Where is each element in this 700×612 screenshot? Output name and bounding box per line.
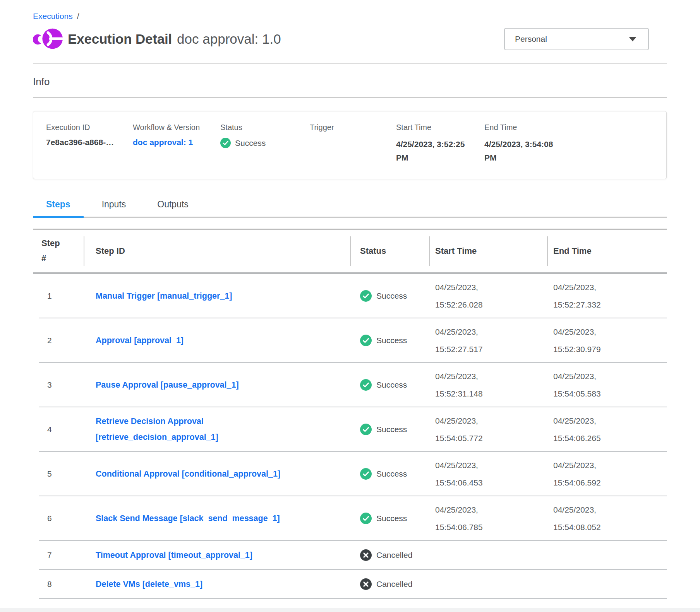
detail-tabs: Steps Inputs Outputs — [33, 196, 667, 218]
column-header-step-num: Step # — [33, 230, 84, 272]
workspace-selector-value: Personal — [515, 34, 547, 44]
step-number: 8 — [33, 580, 84, 589]
execution-id-value: 7e8ac396-a868-… — [46, 138, 133, 147]
step-status-text: Success — [376, 425, 407, 434]
tab-steps[interactable]: Steps — [33, 196, 84, 217]
step-number: 4 — [33, 425, 84, 434]
step-status: Success — [350, 468, 429, 480]
step-start-time: 04/25/2023, 15:52:31.148 — [429, 368, 503, 402]
step-id-link[interactable]: Approval [approval_1] — [96, 333, 184, 349]
field-label: Execution ID — [46, 123, 133, 132]
step-start-time: 04/25/2023, 15:52:27.517 — [429, 323, 503, 358]
field-label: End Time — [484, 123, 581, 132]
step-end-time: 04/25/2023, 15:54:06.592 — [547, 456, 621, 491]
table-row: 5 Conditional Approval [conditional_appr… — [33, 452, 667, 496]
info-divider — [33, 97, 667, 98]
table-row: 3 Pause Approval [pause_approval_1] Succ… — [33, 363, 667, 407]
column-header-start-time: Start Time — [429, 230, 547, 272]
step-status: Success — [350, 424, 429, 435]
success-check-icon — [360, 424, 372, 435]
success-check-icon — [360, 379, 372, 391]
step-number: 3 — [33, 380, 84, 390]
info-card: Execution ID 7e8ac396-a868-… Workflow & … — [33, 111, 667, 179]
field-label: Workflow & Version — [133, 123, 220, 132]
workspace-selector[interactable]: Personal — [504, 28, 649, 50]
breadcrumb-separator: / — [77, 12, 79, 21]
success-check-icon — [360, 468, 372, 480]
cancelled-x-icon — [360, 578, 372, 590]
page-title: Execution Detail — [68, 31, 172, 47]
field-execution-id: Execution ID 7e8ac396-a868-… — [46, 123, 133, 165]
field-workflow-version: Workflow & Version doc approval: 1 — [133, 123, 220, 165]
step-end-time: 04/25/2023, 15:54:08.052 — [547, 501, 621, 536]
column-header-step-id: Step ID — [84, 230, 350, 272]
success-check-icon — [360, 513, 372, 524]
success-check-icon — [360, 335, 372, 346]
table-body: 1 Manual Trigger [manual_trigger_1] Succ… — [33, 274, 667, 599]
table-row: 2 Approval [approval_1] Success 04/25/20… — [33, 318, 667, 363]
step-end-time: 04/25/2023, 15:52:27.332 — [547, 279, 621, 313]
step-end-time: 04/25/2023, 15:54:06.265 — [547, 412, 621, 447]
step-id-link[interactable]: Pause Approval [pause_approval_1] — [96, 377, 239, 393]
column-header-end-time: End Time — [547, 230, 667, 272]
execution-detail-page: Executions / Execution Detail doc approv… — [0, 0, 700, 612]
step-start-time: 04/25/2023, 15:54:05.772 — [429, 412, 503, 447]
step-status-text: Success — [376, 336, 407, 345]
title-row: Execution Detail doc approval: 1.0 Perso… — [33, 27, 667, 51]
field-label: Start Time — [396, 123, 484, 132]
step-id-link[interactable]: Slack Send Message [slack_send_message_1… — [96, 511, 280, 527]
step-status: Cancelled — [350, 578, 429, 590]
tab-outputs[interactable]: Outputs — [144, 196, 202, 217]
table-row: 4 Retrieve Decision Approval [retrieve_d… — [33, 407, 667, 452]
step-id-link[interactable]: Delete VMs [delete_vms_1] — [96, 576, 202, 592]
header-divider — [33, 63, 667, 64]
step-number: 7 — [33, 550, 84, 560]
step-status-text: Cancelled — [376, 550, 412, 560]
start-time-value: 4/25/2023, 3:52:25 PM — [396, 138, 474, 165]
table-row: 6 Slack Send Message [slack_send_message… — [33, 496, 667, 541]
column-header-status: Status — [350, 230, 429, 272]
step-status-text: Success — [376, 291, 407, 301]
end-time-value: 4/25/2023, 3:54:08 PM — [484, 138, 562, 165]
step-id-link[interactable]: Retrieve Decision Approval [retrieve_dec… — [96, 414, 312, 445]
step-status: Success — [350, 513, 429, 524]
execution-status: Success — [220, 138, 310, 148]
step-number: 1 — [33, 291, 84, 301]
breadcrumb-executions-link[interactable]: Executions — [33, 12, 73, 21]
breadcrumb: Executions / — [33, 0, 667, 21]
step-start-time: 04/25/2023, 15:52:26.028 — [429, 279, 503, 313]
steps-table-header: Step # Step ID Status Start Time End Tim… — [33, 229, 667, 274]
info-section-heading: Info — [33, 76, 667, 88]
step-end-time: 04/25/2023, 15:52:30.979 — [547, 323, 621, 358]
step-id-link[interactable]: Manual Trigger [manual_trigger_1] — [96, 288, 232, 304]
step-number: 2 — [33, 336, 84, 345]
step-end-time: 04/25/2023, 15:54:05.583 — [547, 368, 621, 402]
step-status-text: Success — [376, 380, 407, 390]
field-trigger: Trigger — [310, 123, 396, 165]
step-start-time: 04/25/2023, 15:54:06.453 — [429, 456, 503, 491]
step-start-time: 04/25/2023, 15:54:06.785 — [429, 501, 503, 536]
workflow-logo-icon — [33, 28, 63, 50]
success-check-icon — [220, 138, 231, 148]
workflow-version-link[interactable]: doc approval: 1 — [133, 138, 193, 147]
cancelled-x-icon — [360, 549, 372, 561]
step-id-link[interactable]: Conditional Approval [conditional_approv… — [96, 466, 280, 482]
step-status-text: Success — [376, 514, 407, 523]
step-id-link[interactable]: Timeout Approval [timeout_approval_1] — [96, 547, 252, 563]
chevron-down-icon — [629, 37, 637, 41]
steps-table: Step # Step ID Status Start Time End Tim… — [33, 229, 667, 599]
step-status-text: Cancelled — [376, 580, 412, 589]
success-check-icon — [360, 290, 372, 302]
tab-inputs[interactable]: Inputs — [89, 196, 139, 217]
step-status: Success — [350, 379, 429, 391]
step-status-text: Success — [376, 469, 407, 479]
step-number: 5 — [33, 469, 84, 479]
field-label: Status — [220, 123, 310, 132]
table-row: 8 Delete VMs [delete_vms_1] Cancelled — [33, 570, 667, 599]
field-status: Status Success — [220, 123, 310, 165]
execution-status-text: Success — [235, 138, 266, 148]
step-status: Success — [350, 335, 429, 346]
table-row: 7 Timeout Approval [timeout_approval_1] … — [33, 541, 667, 570]
step-status: Cancelled — [350, 549, 429, 561]
page-subtitle: doc approval: 1.0 — [177, 31, 281, 47]
